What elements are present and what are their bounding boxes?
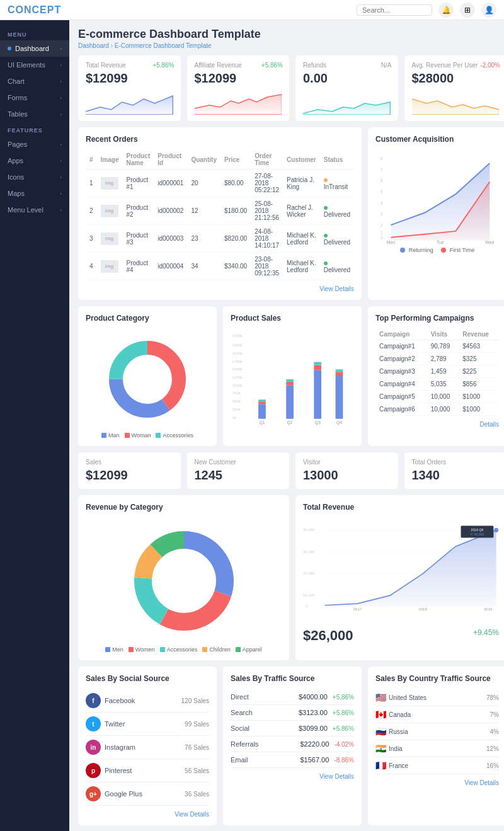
row-price: $80.00	[220, 169, 251, 197]
svg-text:1000k: 1000k	[232, 384, 243, 387]
campaign-name: Campaign#6	[375, 403, 427, 416]
page-header: E-commerce Dashboard Template Dashboard …	[78, 28, 504, 49]
social-left: t Twitter	[86, 716, 125, 731]
svg-text:Mon: Mon	[387, 240, 396, 244]
row-product-name: Product #3	[122, 225, 154, 253]
social-name: Pinterest	[105, 767, 132, 774]
traffic-item: Social $3099.00 +5.86%	[231, 721, 354, 736]
chevron-icon: ›	[60, 79, 62, 84]
stat-label-sales: Sales	[86, 459, 173, 466]
stat-card-refunds: Refunds 0.00 N/A	[295, 55, 398, 121]
sidebar-label-icons: Icons	[8, 173, 24, 181]
traffic-view-details[interactable]: View Details	[231, 773, 354, 780]
sidebar-item-menu[interactable]: Menu Level ›	[0, 202, 69, 218]
breadcrumb: Dashboard › E-Commerce Dashboard Templat…	[78, 42, 504, 49]
country-pct: 12%	[486, 745, 499, 752]
mini-chart-total-revenue	[86, 89, 173, 115]
col-visits: Visits	[427, 329, 459, 340]
traffic-right: $3123.00 +5.86%	[299, 709, 354, 716]
user-avatar[interactable]: 👤	[481, 3, 496, 18]
legend-accessories2: Accessories	[160, 646, 198, 653]
sidebar-item-pages[interactable]: Pages ›	[0, 136, 69, 152]
row-order-time: 25-08-2018 21:12:56	[251, 197, 283, 225]
customer-acquisition-card: Customer Acquisition	[368, 127, 504, 300]
mini-chart-avg-revenue	[412, 89, 500, 115]
chevron-icon: ›	[60, 175, 62, 180]
svg-text:Q1: Q1	[259, 420, 265, 425]
social-sales: 99 Sales	[185, 721, 209, 728]
social-icon: g+	[86, 786, 101, 801]
traffic-value: $1567.00	[300, 756, 329, 764]
grid-icon[interactable]: ⊞	[460, 3, 475, 18]
breadcrumb-home[interactable]: Dashboard	[78, 42, 109, 49]
acq-chart: 8 7 6 5 4 3 2 1 0	[375, 150, 499, 244]
stat-value-total-revenue: $12099	[86, 71, 173, 86]
row-num: 4	[86, 253, 97, 280]
traffic-items: Direct $4000.00 +5.86% Search $3123.00 +…	[231, 689, 354, 768]
row-num: 3	[86, 225, 97, 253]
legend-man: Man	[101, 432, 120, 438]
row-order-time: 23-08-2018 09:12:35	[251, 253, 283, 280]
sidebar-item-apps[interactable]: Apps ›	[0, 152, 69, 169]
sidebar-item-icons[interactable]: Icons ›	[0, 169, 69, 185]
top-nav-right: 🔔 ⊞ 👤	[357, 3, 496, 18]
campaign-row: Campaign#2 2,789 $325	[375, 353, 499, 365]
sidebar-label-dashboard: Dashboard	[15, 45, 49, 52]
row-product-id: id000003	[154, 225, 187, 253]
sales-section: Sales By Social Source f Facebook 120 Sa…	[78, 667, 504, 825]
svg-rect-37	[314, 370, 321, 418]
social-left: p Pinterest	[86, 763, 132, 778]
page-title: E-commerce Dashboard Template	[78, 28, 504, 41]
campaign-name: Campaign#3	[375, 365, 427, 378]
campaign-row: Campaign#3 1,459 $225	[375, 365, 499, 378]
social-view-details[interactable]: View Details	[86, 811, 209, 818]
product-thumb: img	[101, 177, 118, 190]
top-nav: CONCEPT 🔔 ⊞ 👤	[0, 0, 504, 20]
traffic-change: -4.02%	[334, 741, 354, 748]
sidebar-label-pages: Pages	[8, 140, 27, 148]
col-order-time: Order Time	[251, 150, 283, 169]
chevron-icon: ›	[60, 95, 62, 101]
campaign-row: Campaign#5 10,000 $1000	[375, 391, 499, 403]
traffic-title: Sales By Traffic Source	[231, 674, 354, 683]
svg-rect-42	[336, 372, 343, 376]
svg-text:Q4: Q4	[336, 420, 342, 425]
stat-card-sales: Sales $12099 +5.86%	[78, 452, 181, 489]
social-name: Twitter	[105, 720, 125, 728]
sidebar-item-maps[interactable]: Maps ›	[0, 185, 69, 202]
status-dot	[324, 206, 328, 210]
apparel-label: Apparel	[243, 646, 262, 653]
stat-label-visitor: Visitor	[303, 459, 391, 466]
country-left: 🇺🇸 United States	[375, 692, 427, 702]
campaigns-details[interactable]: Details	[375, 421, 499, 428]
sidebar-item-chart[interactable]: Chart ›	[0, 73, 69, 89]
men-label: Men	[112, 646, 123, 653]
svg-text:500k: 500k	[232, 399, 241, 403]
svg-rect-33	[286, 386, 294, 419]
campaign-row: Campaign#1 90,789 $4563	[375, 340, 499, 353]
row-product-id: id000001	[154, 169, 187, 197]
country-flag: 🇮🇳	[375, 743, 386, 754]
traffic-change: +5.86%	[333, 725, 354, 732]
col-status: Status	[320, 150, 354, 169]
row-order-time: 27-08-2018 05:22:12	[251, 169, 283, 197]
row-image: img	[97, 225, 123, 253]
traffic-right: $4000.00 +5.86%	[299, 693, 354, 701]
orders-view-details[interactable]: View Details	[86, 285, 354, 292]
search-input[interactable]	[357, 4, 432, 16]
svg-text:2017: 2017	[353, 607, 362, 611]
sidebar-item-tables[interactable]: Tables ›	[0, 106, 69, 122]
apparel-color	[236, 647, 241, 652]
total-revenue-value: $26,000	[303, 628, 353, 644]
product-row: Product Category	[78, 306, 504, 446]
sidebar-item-dashboard[interactable]: Dashboard ›	[0, 40, 69, 57]
sidebar: MENU Dashboard › UI Elements › Chart › F…	[0, 20, 69, 831]
chevron-icon: ›	[60, 191, 62, 197]
total-revenue-change: +9.45%	[473, 628, 499, 637]
social-title: Sales By Social Source	[86, 674, 209, 683]
country-view-details[interactable]: View Details	[375, 779, 499, 786]
sidebar-item-forms[interactable]: Forms ›	[0, 89, 69, 106]
children-color	[202, 647, 207, 652]
sidebar-item-ui[interactable]: UI Elements ›	[0, 57, 69, 73]
notification-icon[interactable]: 🔔	[438, 3, 454, 18]
